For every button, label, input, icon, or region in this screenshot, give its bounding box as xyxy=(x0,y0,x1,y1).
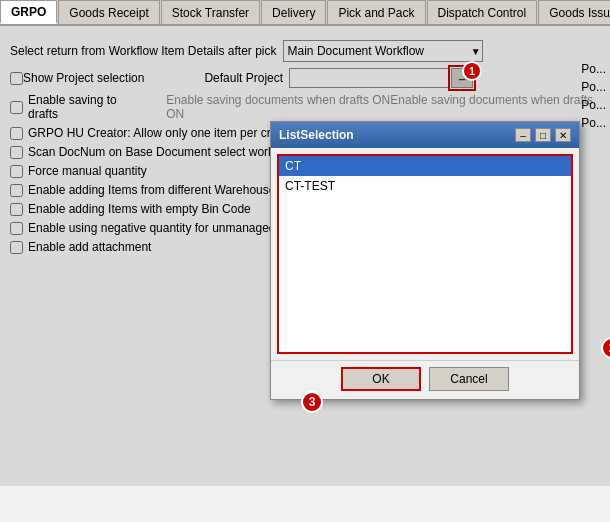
dialog-buttons: OK Cancel 3 xyxy=(271,360,579,399)
list-item-ct[interactable]: CT xyxy=(279,156,571,176)
tab-stock-transfer[interactable]: Stock Transfer xyxy=(161,0,260,24)
tab-goods-receipt[interactable]: Goods Receipt xyxy=(58,0,159,24)
tab-dispatch-control[interactable]: Dispatch Control xyxy=(427,0,538,24)
dialog-title: ListSelection xyxy=(279,128,354,142)
tab-goods-issue[interactable]: Goods Issue xyxy=(538,0,610,24)
tab-bar: GRPO Goods Receipt Stock Transfer Delive… xyxy=(0,0,610,26)
cancel-button[interactable]: Cancel xyxy=(429,367,509,391)
badge-3: 3 xyxy=(301,391,323,413)
ok-button[interactable]: OK xyxy=(341,367,421,391)
dialog-restore-button[interactable]: □ xyxy=(535,128,551,142)
dialog-minimize-button[interactable]: – xyxy=(515,128,531,142)
list-item-ct-test[interactable]: CT-TEST xyxy=(279,176,571,196)
badge-1: 1 xyxy=(462,61,482,81)
list-selection-dialog: ListSelection – □ ✕ CT CT-TEST xyxy=(270,121,580,400)
tab-pick-and-pack[interactable]: Pick and Pack xyxy=(327,0,425,24)
main-content: Select return from Workflow Item Details… xyxy=(0,26,610,486)
dialog-close-button[interactable]: ✕ xyxy=(555,128,571,142)
tab-grpo[interactable]: GRPO xyxy=(0,0,57,24)
dialog-list[interactable]: CT CT-TEST xyxy=(277,154,573,354)
tab-delivery[interactable]: Delivery xyxy=(261,0,326,24)
dialog-controls: – □ ✕ xyxy=(515,128,571,142)
dialog-titlebar: ListSelection – □ ✕ xyxy=(271,122,579,148)
